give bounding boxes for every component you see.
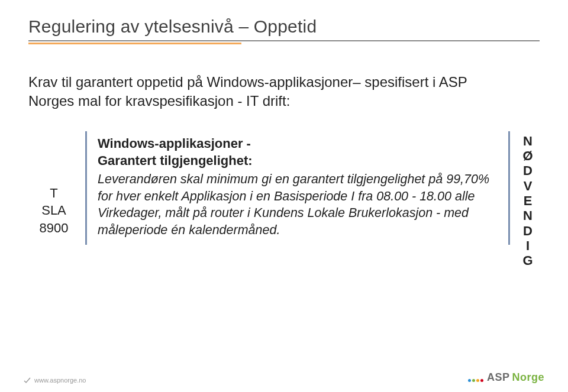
- priority-letter: V: [516, 179, 540, 193]
- priority-column: NØDVENDIG: [516, 131, 540, 268]
- footer-url-text: www.aspnorge.no: [34, 377, 86, 384]
- sla-code-line-1: T: [28, 184, 79, 202]
- title-accent-rule: [28, 43, 241, 44]
- priority-letter: E: [516, 193, 540, 208]
- priority-letter: N: [516, 208, 540, 223]
- priority-letter: I: [516, 238, 540, 253]
- priority-letter: D: [516, 163, 540, 178]
- brand-dots-icon: [468, 379, 483, 382]
- intro-paragraph: Krav til garantert oppetid på Windows-ap…: [28, 73, 514, 111]
- footer-url: www.aspnorge.no: [24, 377, 86, 384]
- priority-letter: D: [516, 223, 540, 238]
- brand-norge: Norge: [512, 371, 544, 384]
- requirement-heading-2: Garantert tilgjengelighet:: [98, 152, 498, 170]
- requirement-text: Leverandøren skal minimum gi en garanter…: [98, 171, 498, 238]
- page-title: Regulering av ytelsesnivå – Oppetid: [28, 17, 540, 37]
- priority-letter: Ø: [516, 148, 540, 163]
- sla-code-line-3: 8900: [28, 219, 79, 237]
- sla-code-line-2: SLA: [28, 202, 79, 219]
- requirement-body: Windows-applikasjoner - Garantert tilgje…: [85, 131, 510, 245]
- content-row: T SLA 8900 Windows-applikasjoner - Garan…: [28, 131, 540, 268]
- slide: Regulering av ytelsesnivå – Oppetid Krav…: [0, 0, 568, 392]
- sla-code-cell: T SLA 8900: [28, 131, 79, 237]
- arrow-icon: [24, 377, 31, 384]
- title-rule: [28, 40, 540, 41]
- requirement-heading-1: Windows-applikasjoner -: [98, 135, 498, 153]
- footer: www.aspnorge.no ASP Norge: [24, 371, 544, 384]
- brand-logo: ASP Norge: [468, 371, 544, 384]
- priority-letter: N: [516, 134, 540, 148]
- brand-asp: ASP: [487, 371, 510, 384]
- priority-letter: G: [516, 253, 540, 268]
